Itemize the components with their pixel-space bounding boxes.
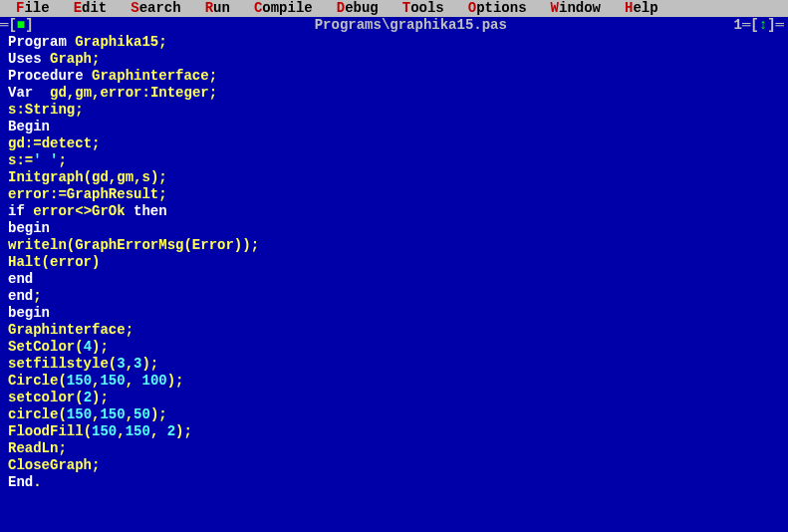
token-id: GraphErrorMsg — [75, 237, 183, 253]
menu-label-rest: indow — [559, 0, 601, 16]
code-line: Uses Graph; — [8, 51, 780, 68]
menu-help[interactable]: Help — [613, 0, 670, 17]
code-line: end; — [8, 288, 780, 305]
token-id: Graph — [50, 51, 92, 67]
code-line: CloseGraph; — [8, 457, 780, 474]
menu-file[interactable]: File — [4, 0, 62, 17]
token-id: gd — [50, 85, 67, 101]
token-punc: )); — [234, 237, 259, 253]
menu-debug[interactable]: Debug — [325, 0, 391, 17]
menu-run[interactable]: Run — [193, 0, 242, 17]
code-line: ReadLn; — [8, 440, 780, 457]
token-num: 50 — [133, 406, 150, 422]
menu-tools[interactable]: Tools — [391, 0, 456, 17]
token-id: Circle — [8, 373, 58, 389]
token-id: GraphResult — [67, 186, 158, 202]
token-punc: ); — [167, 373, 184, 389]
menu-label-rest: ompile — [262, 0, 312, 16]
menu-hotkey: D — [337, 0, 345, 16]
code-line: if error<>GrOk then — [8, 203, 780, 220]
code-line: SetColor(4); — [8, 339, 780, 356]
menu-label-rest: elp — [633, 0, 657, 16]
menu-search[interactable]: Search — [119, 0, 192, 17]
menu-label-rest: ools — [410, 0, 444, 16]
token-id: Graphinterface — [8, 322, 126, 338]
token-num: 150 — [67, 373, 92, 389]
token-punc: ( — [58, 373, 66, 389]
token-id: setcolor — [8, 390, 75, 405]
token-punc: ( — [42, 254, 50, 270]
token-punc — [25, 203, 33, 219]
token-punc: ( — [75, 390, 83, 405]
code-line: Halt(error) — [8, 254, 780, 271]
token-num: 4 — [84, 339, 92, 355]
menu-hotkey: O — [468, 0, 476, 16]
token-punc: ; — [33, 288, 41, 304]
menu-compile[interactable]: Compile — [242, 0, 325, 17]
titlebar-right: 1═[↕]═ — [734, 17, 784, 34]
menu-label-rest: dit — [82, 0, 107, 16]
code-line: setcolor(2); — [8, 390, 780, 406]
close-icon[interactable]: ■ — [17, 17, 25, 33]
menu-label-rest: ptions — [476, 0, 526, 16]
token-punc: , — [117, 423, 125, 439]
token-punc — [84, 68, 92, 84]
token-id: error — [100, 85, 141, 101]
token-id: error — [33, 203, 75, 219]
maximize-icon[interactable]: ↕ — [759, 17, 767, 33]
code-line: Circle(150,150, 100); — [8, 373, 780, 390]
menu-window[interactable]: Window — [539, 0, 613, 17]
window-titlebar: ═[■] Programs\graphika15.pas 1═[↕]═ — [0, 17, 788, 34]
token-num: 150 — [126, 423, 150, 439]
token-kw: begin — [8, 220, 50, 236]
token-punc: , — [126, 406, 133, 422]
token-id: GrOk — [92, 203, 126, 219]
token-punc: ; — [209, 85, 217, 101]
menu-label-rest: un — [213, 0, 230, 16]
token-punc — [126, 203, 133, 219]
token-str: ' ' — [33, 152, 58, 168]
menu-bar: FileEditSearchRunCompileDebugToolsOption… — [0, 0, 788, 17]
token-punc: := — [25, 135, 42, 151]
token-kw: if — [8, 203, 25, 219]
token-punc: ( — [58, 406, 66, 422]
token-id: gd — [8, 135, 25, 151]
token-punc: ( — [84, 169, 92, 185]
token-punc: ( — [183, 237, 191, 253]
menu-label-rest: ile — [24, 0, 49, 16]
menu-options[interactable]: Options — [456, 0, 539, 17]
token-num: 3 — [117, 356, 125, 372]
token-id: gm — [75, 85, 92, 101]
token-punc: , — [126, 373, 142, 389]
token-id: gd — [92, 169, 109, 185]
token-num: 100 — [141, 373, 166, 389]
token-kw: then — [133, 203, 167, 219]
token-id: Integer — [150, 85, 209, 101]
token-num: 2 — [84, 390, 92, 405]
token-punc: := — [16, 152, 33, 168]
token-id: Graphika15 — [75, 34, 158, 50]
token-punc: ); — [92, 390, 109, 405]
token-punc: : — [141, 85, 149, 101]
token-id: s — [141, 169, 149, 185]
token-punc: ; — [158, 186, 166, 202]
token-id: SetColor — [8, 339, 75, 355]
code-editor[interactable]: Program Graphika15;Uses Graph;Procedure … — [0, 34, 788, 491]
token-punc: ( — [84, 423, 92, 439]
token-id: Error — [192, 237, 234, 253]
token-kw: End — [8, 474, 33, 490]
token-id: error — [50, 254, 92, 270]
token-punc — [42, 51, 50, 67]
code-line: end — [8, 271, 780, 288]
token-punc: ; — [209, 68, 217, 84]
token-id: ReadLn — [8, 440, 58, 456]
token-num: 150 — [100, 406, 125, 422]
token-punc: : — [16, 102, 24, 118]
menu-edit[interactable]: Edit — [62, 0, 120, 17]
token-punc: ); — [150, 406, 167, 422]
token-kw: Program — [8, 34, 67, 50]
menu-hotkey: E — [74, 0, 82, 16]
token-punc: ) — [92, 254, 100, 270]
code-line: Program Graphika15; — [8, 34, 780, 51]
token-id: Graphinterface — [92, 68, 209, 84]
